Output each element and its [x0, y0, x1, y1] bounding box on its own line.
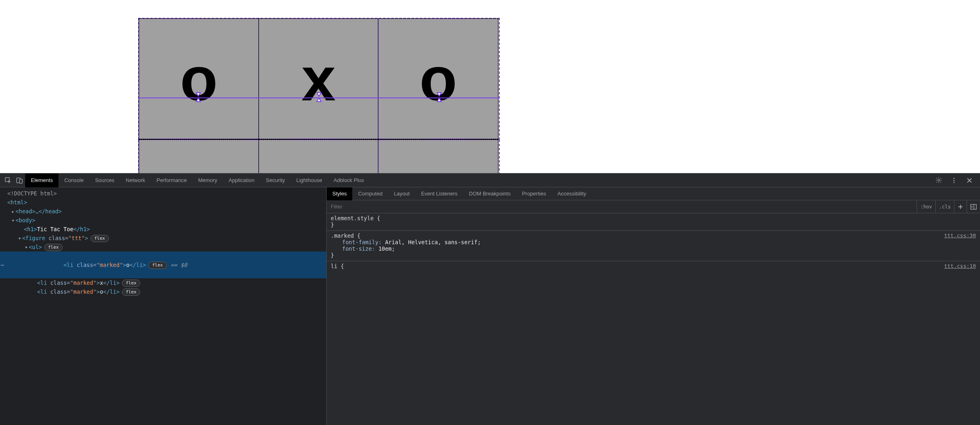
- dom-h1-close: </h1>: [74, 226, 90, 232]
- styles-tab-dom-breakpoints[interactable]: DOM Breakpoints: [463, 187, 516, 200]
- tab-elements[interactable]: Elements: [25, 173, 59, 187]
- rule-selector: li {: [331, 263, 344, 269]
- styles-tab-layout[interactable]: Layout: [388, 187, 415, 200]
- ttt-cell-1[interactable]: x: [259, 19, 379, 139]
- dom-attr-val: marked: [100, 262, 120, 268]
- flex-badge[interactable]: flex: [122, 280, 140, 287]
- rule-selector: element.style {: [331, 215, 380, 221]
- dom-li-text: o: [100, 288, 103, 295]
- disclosure-triangle-icon[interactable]: ▾: [17, 234, 22, 243]
- dom-doctype[interactable]: <!DOCTYPE html>: [7, 190, 57, 197]
- rule-source-link[interactable]: ttt.css:30: [944, 232, 976, 239]
- dom-attr-val: marked: [74, 288, 93, 295]
- svg-point-6: [954, 182, 955, 183]
- styles-panel: Styles Computed Layout Event Listeners D…: [326, 187, 980, 425]
- tab-sources[interactable]: Sources: [89, 173, 120, 187]
- dom-li-text: o: [126, 262, 130, 268]
- gear-icon[interactable]: [933, 175, 944, 186]
- baseline-arrow-icon: [436, 92, 443, 104]
- styles-tabstrip: Styles Computed Layout Event Listeners D…: [327, 187, 980, 200]
- dom-attr-val: ttt: [72, 235, 81, 241]
- ttt-cell-0[interactable]: o: [139, 19, 259, 139]
- tab-adblock-plus[interactable]: Adblock Plus: [328, 173, 370, 187]
- device-toolbar-icon[interactable]: [14, 175, 25, 186]
- rule-selector: .marked {: [331, 232, 360, 239]
- dom-attr-name: class: [50, 288, 67, 295]
- dom-attr-name: class: [77, 262, 93, 268]
- dom-li-text: x: [100, 280, 103, 286]
- dom-li[interactable]: <li: [37, 288, 50, 295]
- dom-attr-name: class: [50, 280, 67, 286]
- styles-tab-properties[interactable]: Properties: [516, 187, 552, 200]
- svg-point-3: [938, 179, 939, 181]
- styles-filter-input[interactable]: [327, 200, 917, 213]
- baseline-arrow-icon: [315, 92, 323, 104]
- rule-close-brace: }: [331, 221, 334, 228]
- ellipsis-icon[interactable]: ⋯: [1, 260, 4, 269]
- element-style-rule[interactable]: element.style { }: [327, 213, 980, 231]
- styles-tab-computed[interactable]: Computed: [352, 187, 388, 200]
- rule-close-brace: }: [331, 252, 334, 258]
- flex-badge[interactable]: flex: [122, 288, 140, 296]
- marked-rule[interactable]: ttt.css:30 .marked { font-family: Arial,…: [327, 231, 980, 261]
- disclosure-triangle-icon[interactable]: ▾: [11, 216, 15, 225]
- ttt-grid: o x o: [138, 18, 500, 140]
- ttt-grid-row2: [138, 140, 500, 173]
- disclosure-triangle-icon[interactable]: ▾: [24, 243, 29, 252]
- new-style-rule-icon[interactable]: [954, 200, 967, 213]
- devtools-main-split: <!DOCTYPE html> <html> ▸<head>…</head> ▾…: [0, 187, 980, 425]
- computed-toggle-icon[interactable]: [967, 200, 980, 213]
- dom-h1[interactable]: <h1>: [24, 226, 37, 232]
- disclosure-triangle-icon[interactable]: ▸: [11, 207, 15, 216]
- styles-tab-event-listeners[interactable]: Event Listeners: [415, 187, 463, 200]
- tab-network[interactable]: Network: [120, 173, 151, 187]
- cls-toggle[interactable]: .cls: [936, 200, 954, 213]
- dom-body-open[interactable]: <body>: [15, 217, 35, 223]
- kebab-menu-icon[interactable]: [948, 175, 960, 186]
- ttt-cell-3[interactable]: [139, 140, 259, 173]
- ttt-cell-5[interactable]: [378, 140, 498, 173]
- svg-rect-2: [20, 179, 22, 183]
- rule-prop-name[interactable]: font-size: [342, 245, 372, 252]
- ttt-cell-4[interactable]: [259, 140, 379, 173]
- tab-performance[interactable]: Performance: [151, 173, 192, 187]
- flex-badge[interactable]: flex: [91, 235, 109, 242]
- tab-console[interactable]: Console: [59, 173, 89, 187]
- svg-rect-7: [971, 204, 976, 209]
- rule-prop-name[interactable]: font-family: [342, 239, 378, 245]
- dom-ul[interactable]: <ul>: [29, 244, 42, 250]
- tab-memory[interactable]: Memory: [193, 173, 223, 187]
- rule-source-link[interactable]: ttt.css:10: [944, 263, 976, 269]
- dom-head[interactable]: <head>…</head>: [15, 208, 62, 215]
- devtools-tabstrip: Elements Console Sources Network Perform…: [0, 173, 980, 187]
- rule-prop-value[interactable]: Arial, Helvetica, sans-serif;: [385, 239, 481, 245]
- li-rule[interactable]: ttt.css:10 li {: [327, 261, 980, 272]
- dom-selected-node[interactable]: ⋯ <li class="marked">o</li>flex== $0: [0, 252, 326, 278]
- svg-point-4: [954, 178, 955, 179]
- flex-badge[interactable]: flex: [44, 244, 63, 251]
- ttt-cell-2[interactable]: o: [378, 19, 498, 139]
- tab-application[interactable]: Application: [223, 173, 260, 187]
- dom-figure[interactable]: <figure: [22, 235, 48, 241]
- dom-li[interactable]: <li: [37, 280, 50, 286]
- dom-tree[interactable]: <!DOCTYPE html> <html> ▸<head>…</head> ▾…: [0, 187, 326, 425]
- rule-prop-value[interactable]: 10em;: [378, 245, 395, 252]
- dom-attr-name: class: [48, 235, 65, 241]
- close-icon[interactable]: [964, 175, 975, 186]
- tab-lighthouse[interactable]: Lighthouse: [291, 173, 328, 187]
- hov-toggle[interactable]: :hov: [917, 200, 936, 213]
- tab-security[interactable]: Security: [260, 173, 291, 187]
- inspect-element-icon[interactable]: [2, 175, 14, 186]
- dom-h1-text: Tic Tac Toe: [37, 226, 73, 232]
- flex-badge[interactable]: flex: [148, 262, 167, 269]
- page-viewport: o x o: [0, 0, 980, 173]
- devtools-panel: Elements Console Sources Network Perform…: [0, 173, 980, 425]
- dom-html-open[interactable]: <html>: [7, 199, 27, 206]
- styles-tab-styles[interactable]: Styles: [327, 187, 352, 200]
- baseline-arrow-icon: [195, 92, 202, 104]
- styles-tab-accessibility[interactable]: Accessibility: [552, 187, 592, 200]
- svg-point-5: [954, 180, 955, 181]
- styles-rules[interactable]: element.style { } ttt.css:30 .marked { f…: [327, 213, 980, 272]
- styles-filter-bar: :hov .cls: [327, 200, 980, 213]
- dom-attr-val: marked: [74, 280, 93, 286]
